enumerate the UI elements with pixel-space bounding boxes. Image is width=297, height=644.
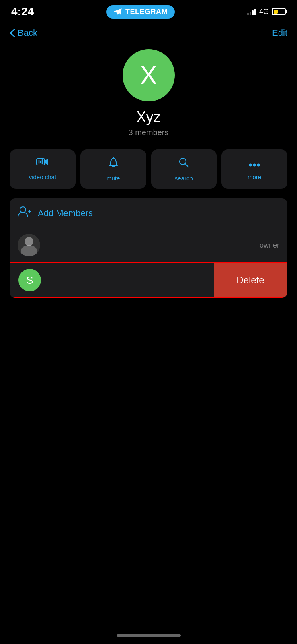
status-center: TELEGRAM — [106, 5, 175, 19]
chevron-left-icon — [10, 29, 15, 37]
mute-button[interactable]: mute — [80, 149, 146, 189]
battery-fill — [274, 10, 278, 14]
search-icon — [178, 157, 189, 171]
edit-button[interactable]: Edit — [272, 28, 287, 38]
delete-label: Delete — [236, 275, 264, 286]
svg-point-7 — [249, 164, 252, 167]
telegram-badge-text: TELEGRAM — [125, 8, 168, 16]
member-avatar-initial-2: S — [26, 274, 33, 287]
signal-bars-icon — [247, 8, 256, 15]
member-avatar-2: S — [18, 269, 41, 291]
member-avatar-1 — [18, 234, 40, 256]
add-member-icon — [18, 206, 31, 221]
profile-section: X Xyz 3 members — [0, 45, 297, 149]
member-row[interactable]: owner — [10, 228, 287, 262]
svg-point-8 — [253, 164, 256, 167]
status-right: 4G — [247, 8, 286, 16]
member-role-1: owner — [260, 241, 279, 250]
battery-icon — [272, 8, 286, 15]
svg-point-10 — [20, 207, 26, 213]
group-members-count: 3 members — [128, 128, 168, 137]
action-buttons: video chat mute search — [0, 149, 297, 189]
search-label: search — [175, 175, 193, 182]
telegram-badge: TELEGRAM — [106, 5, 175, 19]
status-time: 4:24 — [11, 5, 34, 18]
swipe-row-content: S — [10, 263, 214, 297]
members-section: Add Members owner S Delete — [10, 198, 287, 298]
video-chat-icon — [36, 157, 49, 169]
delete-action-button[interactable]: Delete — [214, 263, 287, 297]
video-chat-button[interactable]: video chat — [10, 149, 76, 189]
svg-line-6 — [185, 164, 188, 167]
more-button[interactable]: more — [221, 149, 287, 189]
video-chat-label: video chat — [29, 173, 56, 180]
avatar-letter: X — [140, 60, 157, 90]
nav-bar: Back Edit — [0, 21, 297, 45]
group-avatar: X — [123, 49, 175, 101]
network-text: 4G — [259, 8, 269, 16]
back-button[interactable]: Back — [10, 28, 37, 38]
home-indicator — [117, 634, 181, 637]
more-label: more — [248, 173, 261, 180]
back-label: Back — [18, 28, 37, 38]
status-bar: 4:24 TELEGRAM 4G — [0, 0, 297, 21]
search-button[interactable]: search — [151, 149, 217, 189]
bell-icon — [108, 157, 119, 171]
more-icon — [249, 157, 260, 169]
swipe-delete-row[interactable]: S Delete — [10, 262, 287, 298]
mute-label: mute — [107, 175, 120, 182]
svg-point-9 — [257, 164, 260, 167]
add-members-label: Add Members — [38, 208, 93, 219]
telegram-icon — [113, 8, 122, 15]
add-members-row[interactable]: Add Members — [10, 198, 287, 228]
group-name: Xyz — [136, 109, 160, 126]
